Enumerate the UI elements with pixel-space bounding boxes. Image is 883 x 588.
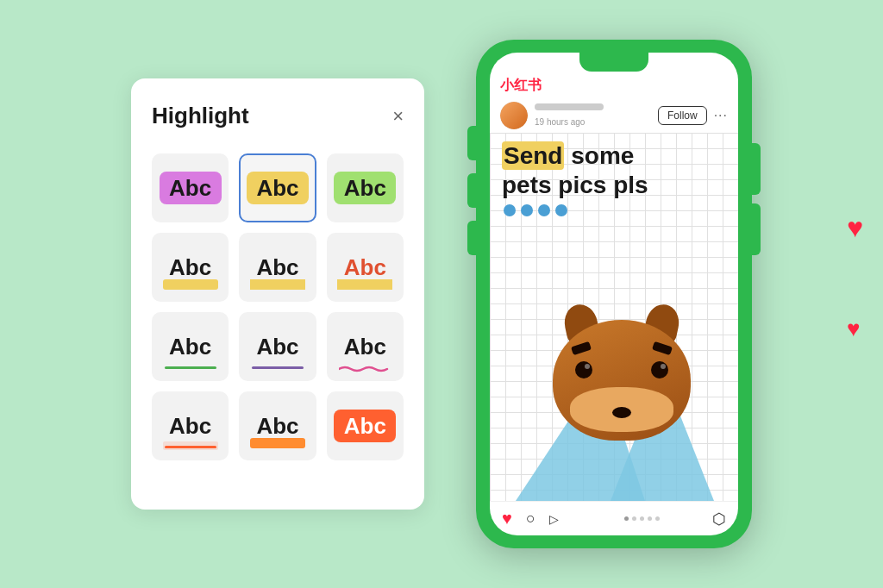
avatar-image	[500, 102, 528, 129]
abc-label: Abc	[164, 330, 216, 364]
post-line-1: Send some	[502, 141, 726, 171]
panel-header: Highlight ×	[152, 103, 404, 129]
phone-frame: 小红书 19 hours ago Follow ···	[476, 40, 752, 548]
abc-label: Abc	[251, 172, 304, 205]
dog-nose	[612, 407, 631, 418]
dot-1	[504, 204, 516, 216]
post-time: 19 hours ago	[535, 117, 585, 127]
bg-orange-small	[163, 441, 218, 450]
page-dot-5	[655, 516, 660, 521]
heart-float-2: ♥	[847, 316, 860, 342]
panel-title: Highlight	[152, 103, 249, 129]
abc-label: Abc	[339, 330, 391, 364]
dog-eye-left	[575, 361, 592, 378]
highlighted-word: Send	[502, 141, 564, 170]
post-line-2: pets pics pls	[502, 171, 726, 200]
abc-label: Abc	[339, 172, 391, 205]
post-content: Send some pets pics pls	[490, 133, 738, 501]
eye-shine-left	[585, 364, 590, 369]
avatar	[500, 102, 528, 129]
eye-shine-right	[661, 364, 666, 369]
abc-label: Abc	[251, 251, 304, 285]
phone-notch	[579, 53, 648, 72]
post-actions: ♥ ○ ▷ ⬡	[490, 501, 738, 535]
underline-purple	[252, 366, 304, 369]
scene: Highlight × Abc Abc Abc Abc	[0, 0, 883, 588]
follow-button[interactable]: Follow	[658, 106, 707, 125]
dog-head-main	[553, 320, 691, 441]
more-menu[interactable]: ···	[714, 108, 728, 123]
highlight-cell-1-2[interactable]: Abc	[239, 153, 316, 222]
page-dot-3	[640, 516, 644, 521]
dots-row	[502, 204, 726, 216]
highlight-cell-3-1[interactable]: Abc	[152, 312, 229, 381]
highlight-cell-2-1[interactable]: Abc	[152, 233, 229, 302]
abc-label: Abc	[339, 410, 391, 443]
xhs-logo: 小红书	[500, 77, 542, 95]
highlight-cell-1-3[interactable]: Abc	[327, 153, 404, 222]
highlight-cell-4-3[interactable]: Abc	[327, 391, 404, 460]
page-dot-2	[632, 516, 636, 521]
xhs-header: 小红书	[490, 72, 738, 98]
share-icon[interactable]: ▷	[549, 512, 559, 526]
comment-icon[interactable]: ○	[526, 510, 535, 528]
underline-green	[165, 366, 216, 369]
heart-action-icon[interactable]: ♥	[502, 509, 512, 529]
abc-label: Abc	[251, 330, 304, 364]
page-indicators	[573, 516, 712, 521]
highlight-cell-2-2[interactable]: Abc	[239, 233, 316, 302]
dog-head-container	[544, 320, 699, 466]
post-header: 19 hours ago Follow ···	[490, 98, 738, 133]
highlight-cell-4-2[interactable]: Abc	[239, 391, 316, 460]
post-text-area: Send some pets pics pls	[490, 133, 738, 216]
abc-label: Abc	[164, 410, 216, 443]
page-dot-4	[648, 516, 652, 521]
dog-eye-right	[651, 361, 668, 378]
heart-float-1: ♥	[847, 212, 863, 244]
highlight-grid: Abc Abc Abc Abc Abc Abc	[152, 153, 404, 460]
phone-screen: 小红书 19 hours ago Follow ···	[490, 53, 738, 535]
username-bar	[535, 103, 604, 110]
page-dot-1	[624, 516, 629, 521]
abc-label: Abc	[251, 410, 304, 443]
highlight-cell-3-3[interactable]: Abc	[327, 312, 404, 381]
highlight-panel: Highlight × Abc Abc Abc Abc	[131, 78, 424, 510]
brow-left	[571, 341, 592, 355]
abc-label: Abc	[164, 172, 216, 205]
abc-label: Abc	[339, 251, 391, 285]
dot-4	[555, 204, 567, 216]
close-button[interactable]: ×	[392, 107, 404, 126]
dot-2	[521, 204, 533, 216]
abc-label: Abc	[164, 251, 216, 285]
highlight-cell-1-1[interactable]: Abc	[152, 153, 229, 222]
underline-wavy	[339, 366, 391, 372]
highlight-cell-2-3[interactable]: Abc	[327, 233, 404, 302]
phone-wrapper: ♥ ♥ 小红书 19 hours ago	[476, 40, 752, 548]
highlight-cell-3-2[interactable]: Abc	[239, 312, 316, 381]
user-info: 19 hours ago	[535, 103, 658, 128]
dog-head	[553, 320, 691, 441]
dot-3	[538, 204, 550, 216]
dog-illustration	[490, 277, 738, 501]
highlight-cell-4-1[interactable]: Abc	[152, 391, 229, 460]
bookmark-icon[interactable]: ⬡	[712, 510, 726, 529]
brow-right	[652, 341, 673, 355]
